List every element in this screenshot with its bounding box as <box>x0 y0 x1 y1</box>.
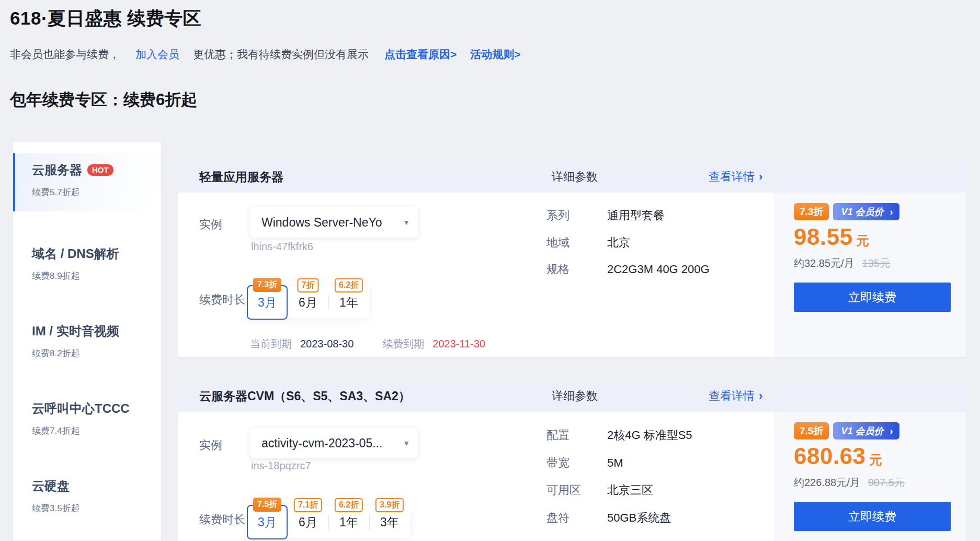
price-original: 907.5元 <box>868 476 905 490</box>
sidebar-item-label: 云呼叫中心TCCC <box>32 400 130 417</box>
instance-select[interactable]: Windows Server-NeYo ▼ <box>250 207 418 238</box>
duration-option-label: 6月 <box>299 295 317 311</box>
expiry-dates-row: 当前到期 2023-08-30 续费到期 2023-11-30 <box>250 337 485 351</box>
instance-select[interactable]: activity-cvm-2023-05... ▼ <box>250 428 418 458</box>
member-price-label: V1 会员价 <box>841 425 883 437</box>
spec-label: 规格 <box>546 262 569 277</box>
view-detail-label: 查看详情 <box>709 388 755 404</box>
params-label: 详细参数 <box>552 169 598 185</box>
subtitle-text-1: 非会员也能参与续费， <box>10 47 120 62</box>
spec-value: 通用型套餐 <box>607 208 665 223</box>
discount-badge: 6.2折 <box>335 498 363 512</box>
sidebar-item-tccc[interactable]: 云呼叫中心TCCC 续费7.4折起 <box>13 386 161 463</box>
chevron-right-icon: › <box>890 207 893 217</box>
sidebar-item-discount: 续费8.2折起 <box>32 347 161 359</box>
view-reason-link[interactable]: 点击查看原因> <box>384 47 457 62</box>
sidebar-item-label: 云硬盘 <box>32 478 70 494</box>
price-amount: 680.63 <box>794 443 866 469</box>
renew-expiry-label: 续费到期 <box>382 337 424 351</box>
page-subtitle: 非会员也能参与续费， 加入会员 更优惠；我有待续费实例但没有展示 点击查看原因>… <box>10 47 521 62</box>
category-sidebar: 云服务器 HOT 续费5.7折起 域名 / DNS解析 续费8.9折起 IM /… <box>13 142 162 541</box>
join-member-link[interactable]: 加入会员 <box>135 47 179 62</box>
renew-now-button[interactable]: 立即续费 <box>794 502 951 531</box>
sidebar-item-label: 域名 / DNS解析 <box>32 245 119 262</box>
duration-option-3m[interactable]: 7.3折 3月 <box>247 285 288 320</box>
caret-down-icon: ▼ <box>403 218 410 227</box>
member-price-label: V1 会员价 <box>841 206 883 218</box>
spec-value: 5M <box>607 456 623 470</box>
sidebar-item-label: 云服务器 <box>32 162 82 178</box>
sidebar-item-cbs[interactable]: 云硬盘 续费3.5折起 <box>13 463 161 540</box>
instance-label: 实例 <box>199 217 222 232</box>
sidebar-item-discount: 续费8.9折起 <box>32 270 161 282</box>
price-amount: 98.55 <box>794 224 853 250</box>
sidebar-item-label: IM / 实时音视频 <box>32 323 119 340</box>
price-discount-badge: 7.3折 <box>794 203 829 220</box>
member-price-badge[interactable]: V1 会员价 › <box>833 422 899 439</box>
instance-label: 实例 <box>199 437 222 453</box>
duration-label: 续费时长 <box>199 512 245 527</box>
renew-now-button[interactable]: 立即续费 <box>794 283 951 312</box>
spec-label: 盘符 <box>546 511 569 525</box>
spec-label: 系列 <box>546 208 569 223</box>
subtitle-text-2: 更优惠；我有待续费实例但没有展示 <box>193 47 369 62</box>
duration-option-label: 1年 <box>339 514 358 531</box>
spec-value: 50GB系统盘 <box>607 511 671 525</box>
price-unit: 元 <box>857 232 869 249</box>
sidebar-item-discount: 续费7.4折起 <box>32 425 161 437</box>
spec-label: 配置 <box>546 428 569 443</box>
hot-badge: HOT <box>87 164 113 176</box>
duration-option-6m[interactable]: 7.1折 6月 <box>288 506 328 538</box>
price-original: 135元 <box>862 256 890 270</box>
duration-option-label: 3月 <box>258 295 277 311</box>
duration-option-1y[interactable]: 6.2折 1年 <box>328 287 369 318</box>
duration-option-3m[interactable]: 7.5折 3月 <box>247 505 288 539</box>
price-unit: 元 <box>870 452 882 468</box>
duration-option-1y[interactable]: 6.2折 1年 <box>328 506 369 538</box>
activity-rules-link[interactable]: 活动规则> <box>470 47 520 62</box>
discount-badge: 7.5折 <box>253 498 281 512</box>
price-monthly: 约226.88元/月 <box>794 476 860 490</box>
chevron-right-icon: › <box>759 390 762 402</box>
duration-option-6m[interactable]: 7折 6月 <box>288 287 328 318</box>
discount-badge: 7.1折 <box>294 498 322 512</box>
spec-value: 2C2G3M 40G 200G <box>607 262 710 277</box>
current-expiry-label: 当前到期 <box>250 337 292 351</box>
duration-option-label: 3月 <box>258 514 277 531</box>
params-label: 详细参数 <box>552 388 598 404</box>
price-discount-badge: 7.5折 <box>794 422 829 439</box>
sidebar-item-im[interactable]: IM / 实时音视频 续费8.2折起 <box>13 308 161 386</box>
discount-badge: 7折 <box>298 278 319 292</box>
duration-option-label: 1年 <box>339 295 358 311</box>
card-title: 轻量应用服务器 <box>199 169 283 185</box>
price-panel: 7.3折 V1 会员价 › 98.55 元 约32.85元/月 135元 立即续… <box>774 193 966 357</box>
instance-select-value: activity-cvm-2023-05... <box>261 436 382 450</box>
duration-option-3y[interactable]: 3.9折 3年 <box>369 506 410 538</box>
card-header: 轻量应用服务器 详细参数 查看详情 › <box>178 161 966 193</box>
view-detail-link[interactable]: 查看详情 › <box>709 388 762 404</box>
sidebar-item-discount: 续费3.5折起 <box>32 502 161 514</box>
spec-value: 2核4G 标准型S5 <box>607 428 692 443</box>
discount-badge: 7.3折 <box>253 278 281 292</box>
instance-id: ins-18pqzrc7 <box>251 460 311 472</box>
sidebar-item-dns[interactable]: 域名 / DNS解析 续费8.9折起 <box>13 231 161 308</box>
duration-group: 7.3折 3月 7折 6月 6.2折 1年 <box>247 287 369 320</box>
spec-label: 地域 <box>546 235 569 250</box>
product-card-lighthouse: 轻量应用服务器 详细参数 查看详情 › 实例 Windows Server-Ne… <box>178 161 966 357</box>
duration-option-label: 6月 <box>299 514 317 531</box>
view-detail-label: 查看详情 <box>709 169 755 185</box>
spec-label: 带宽 <box>546 456 569 470</box>
sidebar-item-discount: 续费5.7折起 <box>32 186 161 198</box>
duration-group: 7.5折 3月 7.1折 6月 6.2折 1年 3.9折 3年 <box>247 506 410 539</box>
chevron-right-icon: › <box>759 171 762 183</box>
instance-select-value: Windows Server-NeYo <box>261 216 382 230</box>
view-detail-link[interactable]: 查看详情 › <box>709 169 762 185</box>
price-monthly: 约32.85元/月 <box>794 256 854 270</box>
spec-label: 可用区 <box>546 483 581 498</box>
sidebar-item-cvm[interactable]: 云服务器 HOT 续费5.7折起 <box>13 153 161 211</box>
member-price-badge[interactable]: V1 会员价 › <box>833 203 899 220</box>
current-expiry-value: 2023-08-30 <box>300 338 354 350</box>
card-title: 云服务器CVM（S6、S5、SA3、SA2） <box>199 388 411 404</box>
spec-value: 北京 <box>607 235 630 250</box>
discount-badge: 3.9折 <box>375 498 404 512</box>
